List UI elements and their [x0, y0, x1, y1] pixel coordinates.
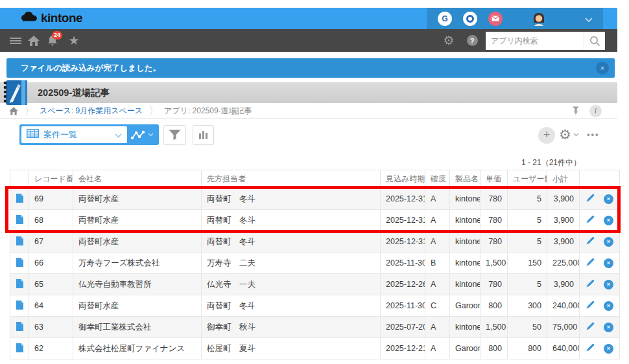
cell-unit-price: 780 [481, 188, 508, 210]
cell-contact-person: 両替町 冬斗 [202, 231, 381, 253]
menu-hamburger-icon[interactable] [8, 29, 23, 52]
column-header[interactable]: 会社名 [73, 170, 202, 188]
cell-probability: A [425, 274, 450, 295]
garoon-service-icon[interactable]: G [438, 12, 452, 26]
node-graph-icon [130, 130, 145, 140]
column-header[interactable]: 見込み時期 [381, 170, 425, 188]
edit-record-pencil-icon[interactable] [586, 321, 595, 333]
edit-record-pencil-icon[interactable] [586, 279, 595, 290]
help-icon[interactable]: ? [464, 29, 480, 52]
cell-user-count: 300 [508, 295, 547, 317]
cell-user-count: 5 [508, 210, 547, 231]
column-header[interactable]: 確度 [425, 170, 450, 188]
breadcrumb-space-link[interactable]: スペース: 9月作業用スペース [40, 106, 143, 117]
add-record-button[interactable]: + [538, 127, 555, 144]
delete-record-icon[interactable]: × [604, 344, 613, 354]
settings-gear-icon[interactable]: ⚙ [441, 29, 457, 52]
cell-subtotal: 3,900 [547, 188, 580, 210]
filter-button[interactable] [163, 125, 186, 145]
column-header[interactable]: 先方担当者 [202, 170, 381, 188]
cell-probability: C [425, 295, 450, 317]
cell-expected-date: 2025-12-31 [381, 210, 425, 231]
breadcrumb-home-icon[interactable] [9, 107, 18, 115]
user-avatar[interactable] [531, 11, 547, 27]
edit-record-pencil-icon[interactable] [586, 214, 595, 226]
info-icon[interactable]: i [589, 105, 602, 117]
search-submit-button[interactable] [584, 32, 605, 50]
record-document-icon[interactable] [16, 236, 24, 248]
app-navbar: 24 ★ ⚙ ? [0, 29, 617, 52]
column-header[interactable]: 単価 [481, 170, 508, 188]
cell-user-count: 150 [508, 253, 547, 274]
office-service-icon[interactable] [463, 12, 477, 26]
table-row: 62株式会社松屋町ファイナンス松屋町 夏斗2025-12-21AGaroon80… [10, 338, 620, 359]
cell-company-name: 両替町水産 [73, 210, 202, 231]
more-options-button[interactable]: ••• [587, 130, 600, 139]
search-icon [589, 36, 600, 47]
record-document-icon[interactable] [16, 257, 24, 269]
cell-contact-person: 両替町 冬斗 [202, 210, 381, 231]
app-settings-button[interactable]: ⚙ [559, 128, 579, 141]
cell-company-name: 仏光寺自動車教習所 [73, 274, 202, 295]
user-menu-chevron-down-icon[interactable] [585, 13, 593, 25]
delete-record-icon[interactable]: × [604, 301, 613, 311]
banner-close-icon[interactable]: × [596, 62, 609, 74]
funnel-icon [169, 130, 181, 141]
current-view-name: 案件一覧 [43, 129, 77, 141]
chart-button[interactable] [193, 125, 214, 145]
cell-subtotal: 75,000 [547, 317, 580, 338]
cell-subtotal: 3,900 [547, 231, 580, 253]
cell-unit-price: 780 [481, 274, 508, 295]
edit-record-pencil-icon[interactable] [586, 236, 595, 247]
record-document-icon[interactable] [16, 279, 24, 291]
kintone-cloud-icon [21, 11, 38, 25]
column-header[interactable]: 製品名 [450, 170, 481, 188]
view-select-dropdown[interactable]: 案件一覧 [21, 126, 127, 143]
edit-record-pencil-icon[interactable] [586, 343, 595, 354]
record-document-icon[interactable] [16, 343, 24, 355]
edit-record-pencil-icon[interactable] [586, 257, 595, 269]
cell-probability: A [425, 231, 450, 253]
record-document-icon[interactable] [16, 321, 24, 334]
bar-chart-icon [198, 130, 208, 140]
cell-company-name: 万寿寺フーズ株式会社 [73, 253, 202, 274]
table-row: 63御幸町工業株式会社御幸町 秋斗2025-07-20Akintone1,500… [10, 317, 620, 338]
column-header[interactable]: レコード番号 [29, 170, 73, 188]
record-document-icon[interactable] [16, 193, 24, 205]
kintone-logo[interactable]: kintone [21, 11, 82, 25]
delete-record-icon[interactable]: × [604, 216, 613, 225]
home-icon[interactable] [27, 29, 41, 52]
cell-product-name: kintone [450, 231, 481, 253]
pin-icon[interactable] [572, 106, 580, 117]
column-header[interactable]: 小計 [547, 170, 580, 188]
table-row: 66万寿寺フーズ株式会社万寿寺 二夫2025-11-30Bkintone1,50… [10, 253, 620, 274]
delete-record-icon[interactable]: × [604, 280, 613, 290]
mail-service-icon[interactable] [488, 12, 503, 26]
delete-record-icon[interactable]: × [604, 237, 613, 247]
column-header[interactable]: ユーザー数 [508, 170, 547, 188]
edit-record-pencil-icon[interactable] [586, 300, 595, 312]
cell-record-number: 67 [29, 231, 73, 253]
favorites-star-icon[interactable]: ★ [66, 29, 82, 52]
column-header-icon [10, 170, 29, 188]
cell-record-number: 69 [29, 188, 73, 210]
workflow-graph-button[interactable] [127, 126, 157, 143]
delete-record-icon[interactable]: × [604, 258, 613, 268]
cell-subtotal: 3,900 [547, 274, 580, 295]
table-body: 69両替町水産両替町 冬斗2025-12-31Akintone78053,900… [10, 188, 620, 359]
cell-company-name: 両替町水産 [73, 295, 202, 317]
table-row: 69両替町水産両替町 冬斗2025-12-31Akintone78053,900… [10, 188, 620, 210]
edit-record-pencil-icon[interactable] [586, 193, 595, 205]
app-search-input[interactable] [486, 32, 584, 50]
notifications-bell-icon[interactable]: 24 [44, 29, 61, 52]
cell-expected-date: 2025-12-21 [381, 338, 425, 359]
cell-product-name: kintone [450, 274, 481, 295]
app-title: 202509-道場記事 [38, 82, 617, 103]
delete-record-icon[interactable]: × [604, 194, 613, 204]
breadcrumb: 〉 スペース: 9月作業用スペース 〉 アプリ: 202509-道場記事 i [0, 103, 617, 119]
cell-unit-price: 1,500 [481, 317, 508, 338]
delete-record-icon[interactable]: × [604, 323, 613, 332]
record-document-icon[interactable] [16, 300, 24, 312]
record-document-icon[interactable] [16, 214, 24, 227]
cell-user-count: 5 [508, 231, 547, 253]
